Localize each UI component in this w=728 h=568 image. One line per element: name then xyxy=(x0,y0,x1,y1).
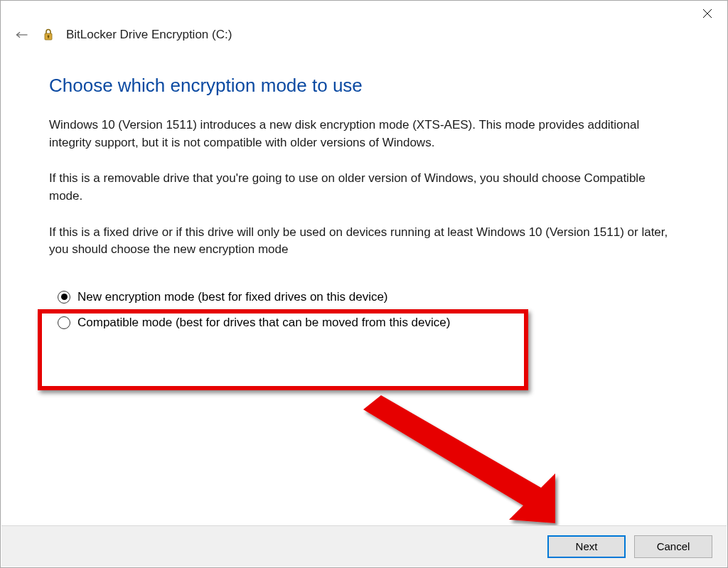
footer: Next Cancel xyxy=(1,525,727,567)
svg-rect-5 xyxy=(48,36,48,38)
intro-paragraph-3: If this is a fixed drive or if this driv… xyxy=(49,224,679,259)
next-button[interactable]: Next xyxy=(547,535,626,558)
bitlocker-icon xyxy=(41,27,56,43)
cancel-button[interactable]: Cancel xyxy=(634,535,712,558)
annotation-arrow-icon xyxy=(356,395,569,530)
radio-compatible-mode[interactable]: Compatible mode (best for drives that ca… xyxy=(56,310,451,336)
close-icon xyxy=(702,9,712,18)
radio-icon xyxy=(58,291,70,304)
back-arrow-icon xyxy=(16,28,28,41)
page-heading: Choose which encryption mode to use xyxy=(49,75,679,97)
title-bar xyxy=(1,1,727,22)
intro-paragraph-2: If this is a removable drive that you're… xyxy=(49,170,679,205)
radio-label: New encryption mode (best for fixed driv… xyxy=(77,290,388,304)
radio-new-encryption-mode[interactable]: New encryption mode (best for fixed driv… xyxy=(56,284,451,310)
svg-marker-6 xyxy=(363,395,555,523)
intro-paragraph-1: Windows 10 (Version 1511) introduces a n… xyxy=(49,117,679,151)
radio-icon xyxy=(58,316,70,329)
radio-label: Compatible mode (best for drives that ca… xyxy=(77,316,450,330)
window-title: BitLocker Drive Encryption (C:) xyxy=(66,28,232,42)
radio-selected-dot xyxy=(61,294,68,300)
back-button[interactable] xyxy=(14,26,31,43)
encryption-mode-group: New encryption mode (best for fixed driv… xyxy=(49,277,459,345)
close-button[interactable] xyxy=(691,4,723,23)
content-area: Choose which encryption mode to use Wind… xyxy=(1,43,727,345)
header: BitLocker Drive Encryption (C:) xyxy=(1,22,727,43)
